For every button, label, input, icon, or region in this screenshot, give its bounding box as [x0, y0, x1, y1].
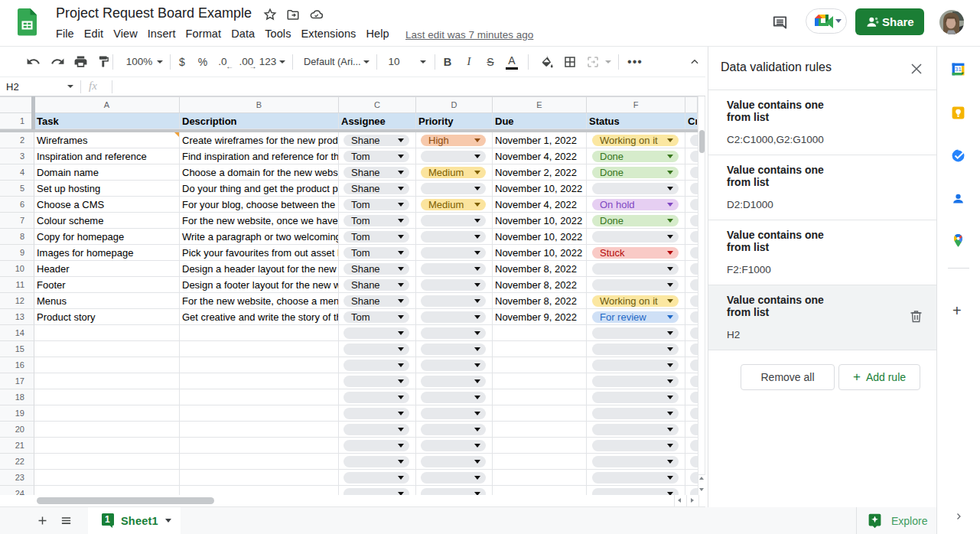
svg-text:31: 31: [955, 66, 962, 73]
svg-text:1: 1: [105, 514, 110, 525]
